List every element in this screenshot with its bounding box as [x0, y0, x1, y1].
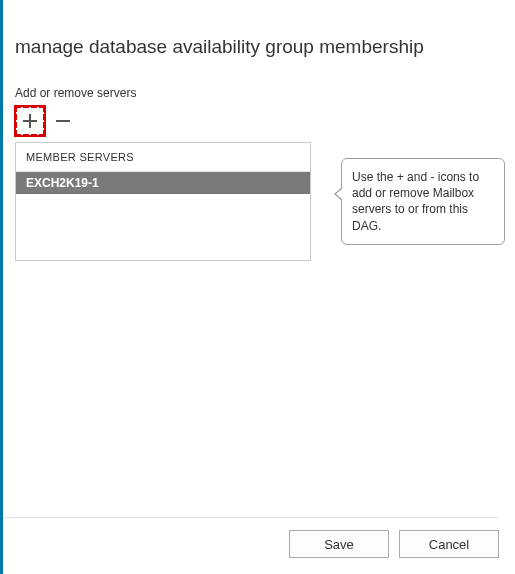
svg-rect-2	[56, 120, 70, 122]
list-header: MEMBER SERVERS	[16, 143, 310, 172]
plus-icon	[21, 112, 39, 130]
svg-rect-1	[23, 120, 37, 122]
member-servers-list: MEMBER SERVERS EXCH2K19-1	[15, 142, 311, 261]
remove-server-button[interactable]	[51, 109, 75, 133]
section-label: Add or remove servers	[3, 58, 515, 106]
minus-icon	[54, 112, 72, 130]
save-button[interactable]: Save	[289, 530, 389, 558]
list-item[interactable]: EXCH2K19-1	[16, 172, 310, 194]
dialog-footer: Save Cancel	[3, 517, 499, 558]
help-tooltip: Use the + and - icons to add or remove M…	[341, 158, 505, 245]
tutorial-highlight	[15, 106, 45, 136]
add-remove-toolbar	[3, 106, 515, 142]
list-body[interactable]: EXCH2K19-1	[16, 172, 310, 260]
cancel-button[interactable]: Cancel	[399, 530, 499, 558]
page-title: manage database availability group membe…	[3, 0, 515, 58]
add-server-button[interactable]	[18, 109, 42, 133]
